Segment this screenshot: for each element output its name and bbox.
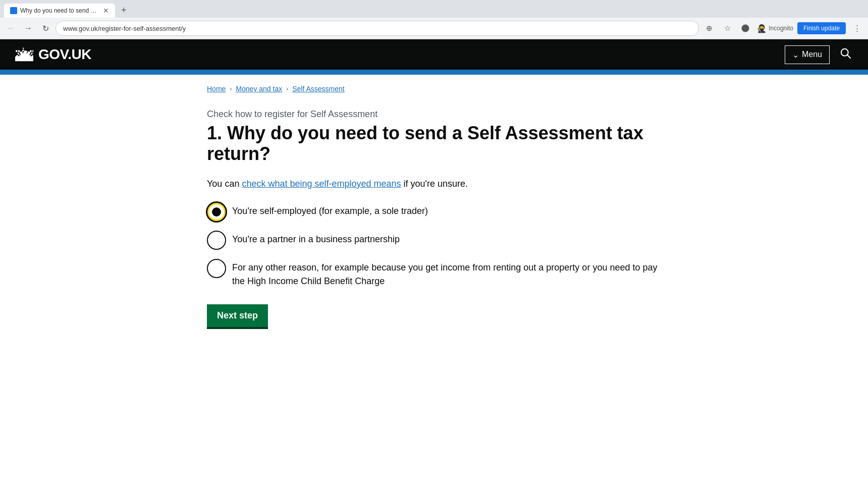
breadcrumb-separator-1: › — [230, 85, 232, 92]
radio-item-partner[interactable]: You're a partner in a business partnersh… — [207, 230, 661, 250]
incognito-icon: 🥷 — [756, 24, 767, 33]
body-text: You can check what being self-employed m… — [207, 179, 661, 189]
bookmark-icon[interactable]: ☆ — [720, 21, 734, 35]
body-text-before: You can — [207, 179, 242, 189]
menu-label: Menu — [802, 50, 822, 59]
govuk-header: GOV.UK ⌄ Menu — [0, 39, 868, 70]
profile-icon[interactable] — [738, 21, 752, 35]
browser-toolbar: ← → ↻ ⊕ ☆ 🥷 Incognito Finish update ⋮ — [0, 18, 868, 39]
toolbar-right: ⊕ ☆ 🥷 Incognito Finish update ⋮ — [702, 21, 864, 35]
forward-button[interactable]: → — [21, 21, 35, 35]
page-title: 1. Why do you need to send a Self Assess… — [207, 123, 661, 165]
breadcrumb-money-and-tax[interactable]: Money and tax — [236, 85, 282, 93]
browser-menu-icon[interactable]: ⋮ — [850, 21, 864, 35]
new-tab-button[interactable]: + — [117, 3, 131, 18]
svg-rect-0 — [742, 25, 749, 32]
browser-active-tab: Why do you need to send a Se... ✕ — [4, 4, 115, 18]
radio-item-self-employed[interactable]: You're self-employed (for example, a sol… — [207, 201, 661, 222]
browser-tab-bar: Why do you need to send a Se... ✕ + — [0, 0, 868, 18]
zoom-icon[interactable]: ⊕ — [702, 21, 716, 35]
tab-title: Why do you need to send a Se... — [20, 7, 100, 14]
breadcrumb-self-assessment[interactable]: Self Assessment — [292, 85, 345, 93]
govuk-menu-button[interactable]: ⌄ Menu — [785, 45, 830, 64]
radio-input-partner[interactable] — [207, 231, 226, 250]
breadcrumb-home[interactable]: Home — [207, 85, 226, 93]
govuk-logo-link[interactable]: GOV.UK — [15, 46, 91, 63]
page-subtitle: Check how to register for Self Assessmen… — [207, 109, 661, 120]
svg-line-2 — [847, 55, 850, 58]
govuk-search-button[interactable] — [838, 45, 853, 64]
radio-label-other[interactable]: For any other reason, for example becaus… — [232, 258, 661, 288]
browser-chrome: Why do you need to send a Se... ✕ + ← → … — [0, 0, 868, 39]
body-text-after: if you're unsure. — [401, 179, 468, 189]
blue-bar — [0, 70, 868, 75]
next-step-button[interactable]: Next step — [207, 304, 268, 329]
radio-label-self-employed[interactable]: You're self-employed (for example, a sol… — [232, 201, 428, 218]
address-bar[interactable] — [56, 21, 699, 36]
radio-group: You're self-employed (for example, a sol… — [207, 201, 661, 288]
incognito-badge: 🥷 Incognito — [756, 24, 793, 33]
breadcrumb-separator-2: › — [286, 85, 288, 92]
tab-close-icon[interactable]: ✕ — [103, 7, 109, 15]
back-button[interactable]: ← — [4, 21, 18, 35]
radio-input-other[interactable] — [207, 259, 226, 278]
main-content: Home › Money and tax › Self Assessment C… — [192, 75, 676, 359]
radio-label-partner[interactable]: You're a partner in a business partnersh… — [232, 230, 400, 246]
self-employed-link[interactable]: check what being self-employed means — [242, 179, 401, 189]
govuk-header-nav: ⌄ Menu — [785, 45, 853, 64]
govuk-logo-text: GOV.UK — [38, 46, 91, 63]
crown-icon — [15, 46, 33, 63]
tab-favicon — [10, 7, 17, 14]
incognito-label: Incognito — [769, 25, 793, 32]
radio-input-self-employed[interactable] — [207, 202, 226, 222]
finish-update-button[interactable]: Finish update — [797, 22, 846, 34]
radio-item-other[interactable]: For any other reason, for example becaus… — [207, 258, 661, 288]
menu-chevron-icon: ⌄ — [792, 50, 799, 60]
breadcrumb: Home › Money and tax › Self Assessment — [207, 85, 661, 93]
reload-button[interactable]: ↻ — [38, 21, 52, 35]
